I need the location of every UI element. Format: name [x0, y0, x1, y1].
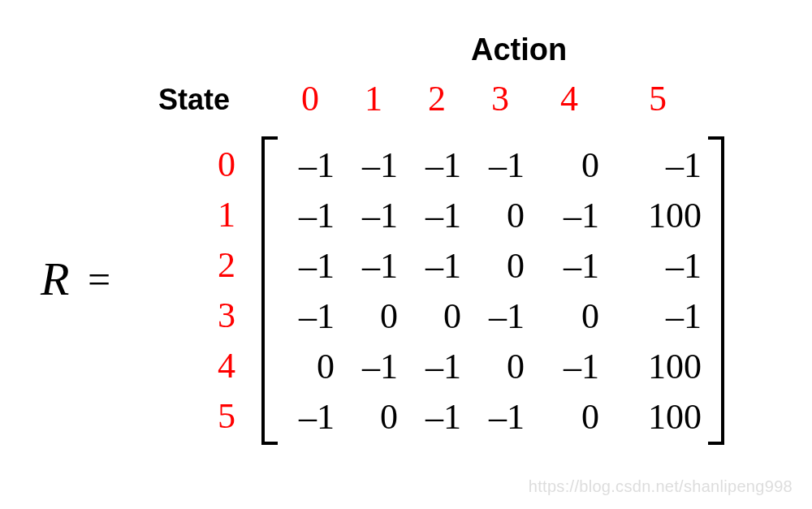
column-header-5: 5: [607, 78, 709, 119]
matrix-cell: –1: [271, 392, 335, 442]
matrix-cell: –1: [335, 342, 398, 392]
column-header-4: 4: [532, 78, 607, 119]
matrix-cell: –1: [271, 291, 335, 342]
matrix-row: –1–1–10–1100: [271, 191, 715, 241]
matrix-cell: –1: [335, 191, 398, 241]
matrix-cell: 0: [525, 140, 599, 191]
matrix-cell: –1: [599, 140, 702, 191]
matrix-cell: –1: [525, 342, 599, 392]
matrix-row: –100–10–1: [271, 291, 715, 342]
matrix-variable: R: [41, 252, 69, 306]
row-header-4: 4: [211, 341, 235, 391]
matrix-cell: –1: [461, 392, 525, 442]
row-headers: 012345: [211, 140, 235, 442]
row-header-1: 1: [211, 190, 235, 240]
matrix-cell: –1: [335, 241, 398, 291]
matrix-cell: 0: [525, 291, 599, 342]
matrix-cell: –1: [398, 140, 461, 191]
matrix-cell: –1: [461, 140, 525, 191]
matrix-cell: –1: [398, 191, 461, 241]
matrix-cell: –1: [461, 291, 525, 342]
matrix-cell: –1: [525, 241, 599, 291]
matrix-cell: –1: [398, 342, 461, 392]
matrix-cell: 100: [599, 342, 702, 392]
bracket-left: [261, 136, 278, 445]
matrix-cell: 0: [461, 241, 525, 291]
column-header-0: 0: [279, 78, 342, 119]
matrix-cell: –1: [335, 140, 398, 191]
column-header-1: 1: [342, 78, 405, 119]
column-header-3: 3: [469, 78, 532, 119]
matrix-cell: –1: [271, 241, 335, 291]
watermark-text: https://blog.csdn.net/shanlipeng998: [529, 477, 793, 496]
matrix-cell: –1: [398, 392, 461, 442]
column-header-2: 2: [405, 78, 469, 119]
matrix-cell: 100: [599, 392, 702, 442]
row-header-3: 3: [211, 291, 235, 341]
row-header-5: 5: [211, 391, 235, 442]
matrix-cell: 0: [335, 392, 398, 442]
matrix-cell: –1: [271, 191, 335, 241]
column-headers: 012345: [279, 78, 709, 119]
matrix-row: –1–1–1–10–1: [271, 140, 715, 191]
matrix-cell: 0: [335, 291, 398, 342]
matrix-cell: 0: [461, 342, 525, 392]
matrix-cell: 100: [599, 191, 702, 241]
matrix-row: –10–1–10100: [271, 392, 715, 442]
matrix-body: –1–1–1–10–1–1–1–10–1100–1–1–10–1–1–100–1…: [261, 136, 724, 446]
matrix-row: 0–1–10–1100: [271, 342, 715, 392]
matrix-cell: –1: [525, 191, 599, 241]
matrix-cell: –1: [398, 241, 461, 291]
row-header-0: 0: [211, 140, 235, 190]
action-axis-label: Action: [471, 32, 567, 67]
matrix-cell: –1: [271, 140, 335, 191]
bracket-right: [708, 136, 724, 445]
matrix-cell: 0: [398, 291, 461, 342]
matrix-cell: –1: [599, 241, 702, 291]
matrix-cell: 0: [525, 392, 599, 442]
equals-sign: =: [88, 256, 110, 303]
state-axis-label: State: [158, 83, 230, 117]
matrix-cell: 0: [271, 342, 335, 392]
matrix-grid: –1–1–1–10–1–1–1–10–1100–1–1–10–1–1–100–1…: [261, 136, 724, 446]
row-header-2: 2: [211, 240, 235, 291]
matrix-row: –1–1–10–1–1: [271, 241, 715, 291]
matrix-cell: 0: [461, 191, 525, 241]
matrix-cell: –1: [599, 291, 702, 342]
